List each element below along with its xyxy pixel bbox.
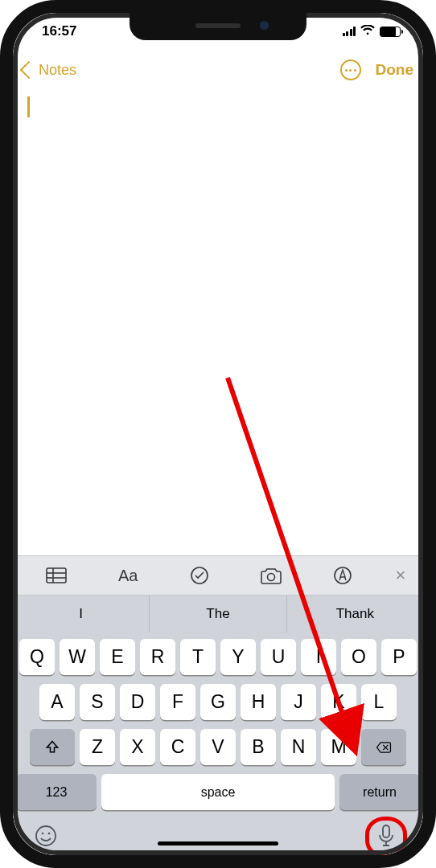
nav-bar: Notes Done <box>13 50 423 90</box>
key-d[interactable]: D <box>120 684 155 720</box>
markup-button[interactable] <box>306 566 378 585</box>
status-time: 16:57 <box>42 23 76 39</box>
svg-rect-0 <box>47 568 66 583</box>
key-b[interactable]: B <box>241 729 276 765</box>
key-g[interactable]: G <box>200 684 236 720</box>
key-return[interactable]: return <box>339 774 420 810</box>
key-a[interactable]: A <box>39 684 75 720</box>
prediction-1[interactable]: I <box>13 596 149 633</box>
front-camera <box>260 21 269 30</box>
format-bar: Aa × <box>13 555 423 596</box>
key-f[interactable]: F <box>160 684 195 720</box>
key-t[interactable]: T <box>180 639 216 675</box>
prediction-2[interactable]: The <box>149 596 286 633</box>
camera-button[interactable] <box>235 567 306 584</box>
text-format-button[interactable]: Aa <box>93 567 164 585</box>
svg-point-11 <box>48 833 51 835</box>
phone-frame: 16:57 Notes Done <box>0 0 436 868</box>
key-n[interactable]: N <box>281 729 316 765</box>
key-z[interactable]: Z <box>80 729 115 765</box>
svg-point-9 <box>36 826 56 845</box>
key-r[interactable]: R <box>140 639 175 675</box>
key-space[interactable]: space <box>101 774 335 810</box>
key-u[interactable]: U <box>261 639 296 675</box>
key-s[interactable]: S <box>80 684 115 720</box>
text-cursor <box>27 96 30 117</box>
back-label: Notes <box>39 62 76 79</box>
key-numeric[interactable]: 123 <box>16 774 97 810</box>
battery-icon <box>380 27 401 37</box>
key-c[interactable]: C <box>160 729 195 765</box>
key-h[interactable]: H <box>241 684 276 720</box>
key-w[interactable]: W <box>60 639 95 675</box>
cellular-icon <box>343 27 356 36</box>
chevron-left-icon <box>20 61 39 80</box>
key-l[interactable]: L <box>361 684 397 720</box>
more-button[interactable] <box>340 59 361 80</box>
table-button[interactable] <box>21 567 93 583</box>
key-o[interactable]: O <box>341 639 376 675</box>
annotation-highlight <box>365 817 407 858</box>
notch <box>130 13 306 40</box>
key-e[interactable]: E <box>100 639 135 675</box>
prediction-3[interactable]: Thank <box>286 596 423 633</box>
key-j[interactable]: J <box>281 684 316 720</box>
wifi-icon <box>360 23 375 39</box>
earpiece <box>195 23 241 28</box>
svg-point-5 <box>267 574 274 581</box>
home-indicator[interactable] <box>158 841 278 845</box>
prediction-bar: I The Thank <box>13 596 423 633</box>
key-i[interactable]: I <box>301 639 336 675</box>
key-m[interactable]: M <box>321 729 356 765</box>
key-x[interactable]: X <box>120 729 155 765</box>
note-editor[interactable] <box>13 90 423 555</box>
checklist-button[interactable] <box>164 566 236 585</box>
key-shift[interactable] <box>30 729 75 765</box>
emoji-button[interactable] <box>34 824 58 851</box>
key-v[interactable]: V <box>200 729 236 765</box>
svg-point-10 <box>42 833 44 835</box>
key-y[interactable]: Y <box>220 639 256 675</box>
key-k[interactable]: K <box>321 684 356 720</box>
close-format-bar-button[interactable]: × <box>386 565 415 586</box>
done-button[interactable]: Done <box>376 61 414 79</box>
key-p[interactable]: P <box>381 639 417 675</box>
key-q[interactable]: Q <box>19 639 55 675</box>
keyboard: Aa × I The Thank Q <box>13 555 423 855</box>
back-button[interactable]: Notes <box>18 62 76 79</box>
key-backspace[interactable] <box>361 729 406 765</box>
